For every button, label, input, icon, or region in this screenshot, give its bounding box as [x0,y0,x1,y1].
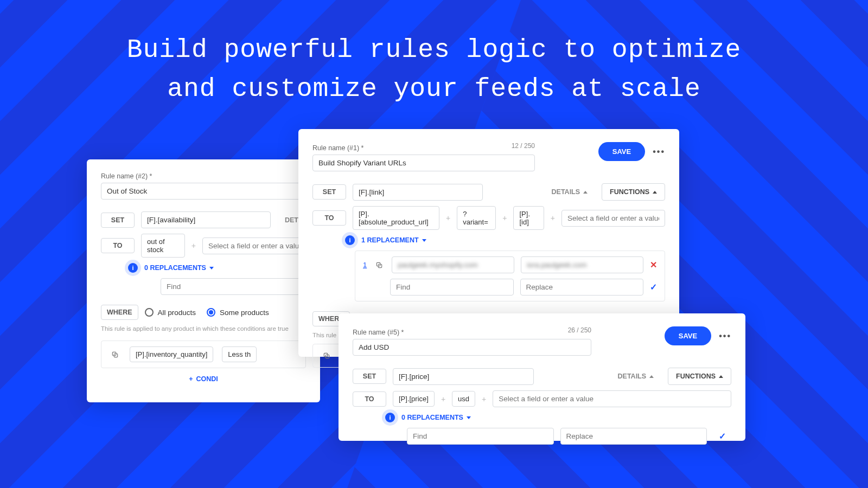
replacements-toggle[interactable]: 1 REPLACEMENT [361,236,426,244]
replacement-find[interactable]: paulgeek.myshopify.com [392,256,514,273]
to-token[interactable]: ?variant= [457,206,496,230]
save-button[interactable]: SAVE [665,326,711,345]
functions-button[interactable]: FUNCTIONS [602,183,665,201]
info-icon: i [345,235,355,245]
to-label: TO [353,391,386,407]
condition-operator[interactable]: Less th [222,346,257,362]
replace-input[interactable] [560,428,707,445]
to-value-input[interactable] [493,390,731,407]
plus-icon: + [551,214,555,222]
info-icon: i [385,413,395,422]
to-token[interactable]: usd [452,391,475,407]
to-token[interactable]: [P].[absolute_product_url] [353,206,439,230]
info-icon: i [128,263,138,273]
radio-all-products[interactable]: All products [145,308,196,317]
set-label: SET [312,184,346,200]
details-button[interactable]: DETAILS [610,368,662,384]
set-label: SET [353,369,386,384]
find-input[interactable] [390,279,514,296]
plus-icon: + [502,214,507,222]
to-value-input[interactable] [561,210,665,227]
rule-card-5: Rule name (#5) * 26 / 250 SAVE ••• SET D… [339,313,745,441]
rule-name-label: Rule name (#2) * [101,172,306,180]
confirm-icon[interactable]: ✓ [650,282,657,292]
replacement-row-num[interactable]: 1 [363,261,367,269]
save-button[interactable]: SAVE [598,142,645,161]
plus-icon: + [192,241,196,250]
more-icon[interactable]: ••• [653,147,665,157]
to-label: TO [101,238,135,253]
to-token[interactable]: [P].[price] [393,391,435,407]
rule-name-input[interactable] [312,155,535,171]
set-label: SET [101,213,135,228]
rule-name-input[interactable] [353,339,591,356]
copy-icon[interactable] [321,350,333,362]
to-label: TO [312,210,346,226]
where-label: WHERE [101,305,138,320]
rule-name-label: Rule name (#1) * [312,144,364,152]
to-token[interactable]: out of stock [141,234,185,258]
to-token[interactable]: [P].[id] [513,206,544,230]
radio-some-products[interactable]: Some products [207,308,269,317]
replacements-toggle[interactable]: 0 REPLACEMENTS [401,414,471,421]
replace-input[interactable] [520,279,644,296]
plus-icon: + [482,395,486,403]
condition-field[interactable]: [P].[inventory_quantity] [130,346,213,362]
set-field-input[interactable] [141,211,271,228]
replacements-toggle[interactable]: 0 REPLACEMENTS [144,264,214,272]
page-headline: Build powerful rules logic to optimize a… [0,30,868,108]
rule-name-label: Rule name (#5) * [353,329,404,336]
details-button[interactable]: DETAILS [544,184,596,200]
char-count: 26 / 250 [568,326,591,334]
copy-icon[interactable] [373,259,385,271]
copy-icon[interactable] [109,349,121,361]
plus-icon: + [441,395,445,403]
more-icon[interactable]: ••• [719,331,731,341]
rule-name-input[interactable] [101,183,306,200]
set-field-input[interactable] [393,368,534,385]
find-input[interactable] [161,278,306,295]
char-count: 12 / 250 [512,142,535,150]
replacement-replace[interactable]: iora.paulgeek.com [521,256,643,273]
rule-hint: This rule is applied to any product in w… [101,325,306,332]
rule-card-2: Rule name (#2) * SET DET TO out of stock… [87,159,320,402]
set-field-input[interactable] [353,184,483,201]
to-value-input[interactable] [202,237,306,254]
functions-button[interactable]: FUNCTIONS [668,368,731,385]
confirm-icon[interactable]: ✓ [719,431,726,441]
find-input[interactable] [407,428,554,445]
add-condition-button[interactable]: + CONDI [189,375,218,383]
plus-icon: + [446,214,450,222]
remove-icon[interactable]: ✕ [650,260,657,270]
